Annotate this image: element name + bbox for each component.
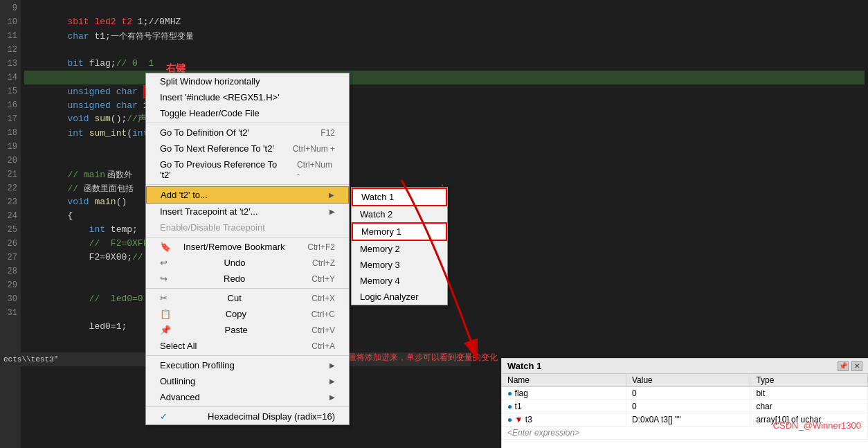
menu-item-add-to[interactable]: Add 't2' to... ▶ Watch 1 Watch 2 Memory … <box>146 186 349 204</box>
bookmark-icon: 🔖 <box>160 242 171 252</box>
line-num-18: 18 <box>0 126 21 140</box>
submenu-memory1[interactable]: Memory 1 <box>352 222 447 241</box>
menu-item-undo[interactable]: ↩ Undo Ctrl+Z <box>146 255 349 271</box>
exec-profiling-arrow-icon: ▶ <box>329 361 335 369</box>
watch-panel[interactable]: Watch 1 📌 ✕ Name Value Type ● flag 0 bit <box>501 358 868 448</box>
menu-item-insert-include-label: Insert '#include <REGX51.H>' <box>160 92 280 102</box>
watch-col-type: Type <box>750 374 868 387</box>
watch-cell-t1-name: ● t1 <box>502 400 626 413</box>
submenu-memory1-label: Memory 1 <box>361 226 401 237</box>
watch-row-flag[interactable]: ● flag 0 bit <box>502 387 868 400</box>
menu-item-goto-next-label: Go To Next Reference To 't2' <box>160 143 274 154</box>
watch-close-button[interactable]: ✕ <box>851 361 862 371</box>
submenu-logic-analyzer[interactable]: Logic Analyzer <box>352 289 447 305</box>
paste-icon: 📌 <box>160 325 171 335</box>
watch-header: Watch 1 📌 ✕ <box>502 359 868 374</box>
path-text: ects\\test3" <box>3 355 58 364</box>
add-to-submenu[interactable]: Watch 1 Watch 2 Memory 1 Memory 2 Memory… <box>351 187 448 305</box>
menu-item-goto-def-label: Go To Definition Of 't2' <box>160 127 249 138</box>
submenu-memory2[interactable]: Memory 2 <box>352 241 447 257</box>
menu-item-split-window-label: Split Window horizontally <box>160 76 260 87</box>
menu-item-toggle-header[interactable]: Toggle Header/Code File <box>146 105 349 121</box>
menu-item-goto-prev-shortcut: Ctrl+Num - <box>297 160 335 179</box>
menu-item-cut-label: Cut <box>228 293 242 303</box>
menu-separator-2 <box>146 184 349 185</box>
menu-item-outlining[interactable]: Outlining ▶ <box>146 373 349 389</box>
menu-item-enable-trace-label: Enable/Disable Tracepoint <box>160 222 265 233</box>
menu-item-undo-shortcut: Ctrl+Z <box>312 258 335 268</box>
watch-controls[interactable]: 📌 ✕ <box>838 361 862 371</box>
menu-separator-5 <box>146 355 349 356</box>
menu-item-advanced[interactable]: Advanced ▶ <box>146 389 349 405</box>
submenu-watch2-label: Watch 2 <box>360 209 392 219</box>
line-num-16: 16 <box>0 98 21 112</box>
menu-item-bookmark-shortcut: Ctrl+F2 <box>307 242 335 252</box>
line-num-22: 22 <box>0 181 21 195</box>
menu-item-toggle-header-label: Toggle Header/Code File <box>160 108 260 118</box>
menu-item-paste[interactable]: 📌 Paste Ctrl+V <box>146 322 349 338</box>
line-num-31: 31 <box>0 306 21 320</box>
watch-t3-expand-icon[interactable]: ▼ <box>515 415 525 424</box>
line-num-11: 11 <box>0 29 21 43</box>
right-click-label: 右键 <box>166 62 186 75</box>
line-num-20: 20 <box>0 154 21 168</box>
line-num-17: 17 <box>0 112 21 126</box>
copy-icon: 📋 <box>160 309 171 319</box>
submenu-watch1[interactable]: Watch 1 <box>352 188 447 206</box>
menu-item-redo-shortcut: Ctrl+Y <box>311 274 335 284</box>
menu-item-select-all-shortcut: Ctrl+A <box>311 341 335 351</box>
menu-item-cut-shortcut: Ctrl+X <box>311 294 335 303</box>
watch-cell-flag-value: 0 <box>626 387 750 400</box>
menu-item-exec-profiling-label: Execution Profiling <box>160 360 235 370</box>
watch-pin-button[interactable]: 📌 <box>838 361 849 371</box>
menu-item-paste-label: Paste <box>225 325 248 335</box>
line-num-30: 30 <box>0 292 21 306</box>
menu-item-bookmark[interactable]: 🔖 Insert/Remove Bookmark Ctrl+F2 <box>146 239 349 255</box>
menu-item-goto-next-shortcut: Ctrl+Num + <box>293 144 335 154</box>
menu-item-cut[interactable]: ✂ Cut Ctrl+X <box>146 290 349 306</box>
watch-t1-icon: ● <box>507 402 515 411</box>
submenu-watch2[interactable]: Watch 2 <box>352 206 447 222</box>
menu-item-split-window[interactable]: Split Window horizontally <box>146 73 349 89</box>
watch-cell-t3-name: ● ▼ t3 <box>502 413 626 427</box>
menu-separator-3 <box>146 237 349 238</box>
watch-cell-t1-type: char <box>750 400 868 413</box>
add-to-arrow-icon: ▶ <box>329 191 334 199</box>
menu-item-outlining-label: Outlining <box>160 376 195 386</box>
menu-separator-4 <box>146 288 349 289</box>
menu-item-exec-profiling[interactable]: Execution Profiling ▶ <box>146 357 349 373</box>
submenu-memory4[interactable]: Memory 4 <box>352 273 447 289</box>
menu-item-goto-prev-label: Go To Previous Reference To 't2' <box>160 159 283 180</box>
watch-row-t1[interactable]: ● t1 0 char <box>502 400 868 413</box>
watch-t3-icon: ● <box>507 415 515 424</box>
undo-icon: ↩ <box>160 258 168 268</box>
line-num-13: 13 <box>0 57 21 71</box>
submenu-memory3[interactable]: Memory 3 <box>352 257 447 273</box>
menu-item-insert-include[interactable]: Insert '#include <REGX51.H>' <box>146 89 349 105</box>
checkmark-icon: ✓ <box>160 411 168 422</box>
menu-item-insert-trace-label: Insert Tracepoint at 't2'... <box>160 206 258 217</box>
watch-cell-t1-value: 0 <box>626 400 750 413</box>
menu-item-copy[interactable]: 📋 Copy Ctrl+C <box>146 306 349 322</box>
menu-item-goto-def[interactable]: Go To Definition Of 't2' F12 <box>146 125 349 141</box>
watch-cell-flag-name: ● flag <box>502 387 626 400</box>
line-num-9: 9 <box>0 1 21 15</box>
menu-item-select-all[interactable]: Select All Ctrl+A <box>146 338 349 354</box>
context-menu[interactable]: Split Window horizontally Insert '#inclu… <box>145 73 350 425</box>
line-num-12: 12 <box>0 43 21 57</box>
submenu-memory2-label: Memory 2 <box>360 244 400 254</box>
watermark: CSDN_@Winner1300 <box>773 420 861 431</box>
menu-item-select-all-label: Select All <box>160 341 197 351</box>
line-num-28: 28 <box>0 265 21 278</box>
menu-item-insert-trace[interactable]: Insert Tracepoint at 't2'... ▶ <box>146 204 349 219</box>
menu-item-goto-next[interactable]: Go To Next Reference To 't2' Ctrl+Num + <box>146 141 349 156</box>
line-num-14: 14 <box>0 71 21 84</box>
menu-item-copy-shortcut: Ctrl+C <box>311 310 335 319</box>
line-num-27: 27 <box>0 251 21 265</box>
menu-item-goto-prev[interactable]: Go To Previous Reference To 't2' Ctrl+Nu… <box>146 156 349 183</box>
code-line-9: sbit led2 t2 1;//0MHZ <box>24 1 865 15</box>
submenu-watch1-label: Watch 1 <box>361 192 394 202</box>
menu-item-hex-display[interactable]: ✓ Hexadecimal Display (radix=16) <box>146 409 349 424</box>
menu-item-redo[interactable]: ↪ Redo Ctrl+Y <box>146 271 349 287</box>
line-num-21: 21 <box>0 168 21 181</box>
